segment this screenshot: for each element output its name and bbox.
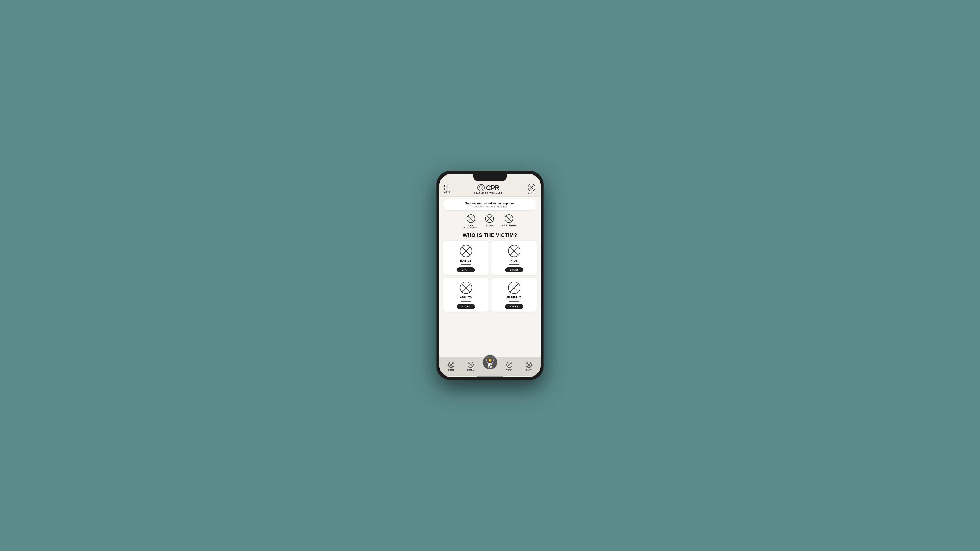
banner-subtitle: to get voice navigation assistance. [447, 205, 533, 208]
call-emergency-icon [466, 214, 476, 223]
banner-title: Turn on your sound and microphone [447, 202, 533, 205]
app-content: Turn on your sound and microphone to get… [439, 197, 541, 357]
logo-icon-row: ⚕ CPR [477, 184, 500, 191]
babies-icon [460, 245, 473, 258]
quick-actions-row: CALLEMERGENCY AUDIO [443, 213, 537, 230]
main-heading: WHO IS THE VICTIM? [443, 232, 537, 238]
microphone-button[interactable]: MICROPHONE [502, 214, 516, 229]
cpr-go-label: CPRGO! [488, 364, 492, 368]
elderly-start-button[interactable]: START [505, 304, 523, 309]
train-nav-label: TRAIN [506, 369, 512, 371]
logo-text: CPR [486, 184, 500, 191]
kids-label: KIDS [511, 259, 517, 262]
home-nav-icon [448, 362, 455, 368]
sound-banner: Turn on your sound and microphone to get… [443, 199, 537, 210]
home-bar [477, 376, 503, 377]
kids-start-button[interactable]: START [505, 267, 523, 272]
babies-label: BABIES [460, 259, 472, 262]
adults-card[interactable]: ADULTS START [443, 278, 489, 312]
elderly-icon [508, 281, 521, 294]
call-emergency-button[interactable]: CALLEMERGENCY [464, 214, 477, 229]
nav-learn[interactable]: LEARN [461, 362, 480, 371]
phone-device: MENU ⚕ CPR LEARNING SAVES LIVES PROFILE [436, 171, 544, 380]
phone-screen: MENU ⚕ CPR LEARNING SAVES LIVES PROFILE [439, 174, 541, 377]
profile-icon [528, 184, 535, 191]
adults-divider [461, 301, 471, 302]
adults-icon [460, 281, 473, 294]
babies-divider [461, 264, 471, 265]
call-emergency-label: CALLEMERGENCY [464, 224, 477, 229]
nav-cpr-go[interactable]: ✋ CPRGO! [480, 359, 500, 374]
elderly-card[interactable]: ELDERLY START [491, 278, 537, 312]
logo-emblem: ⚕ [477, 184, 485, 191]
svg-text:✋: ✋ [488, 358, 492, 362]
nav-chat[interactable]: CHAT [519, 362, 538, 371]
phone-notch [473, 174, 507, 181]
babies-card[interactable]: BABIES START [443, 241, 489, 275]
audio-button[interactable]: AUDIO [485, 214, 494, 229]
microphone-label: MICROPHONE [502, 224, 516, 227]
home-nav-label: HOME [448, 369, 454, 371]
elderly-divider [509, 301, 519, 302]
kids-icon [508, 245, 521, 258]
train-nav-icon [506, 362, 513, 368]
audio-icon [485, 214, 494, 223]
kids-card[interactable]: KIDS START [491, 241, 537, 275]
menu-icon [444, 185, 449, 190]
learn-nav-icon [467, 362, 474, 368]
audio-label: AUDIO [486, 224, 493, 227]
nav-home[interactable]: HOME [442, 362, 461, 371]
nav-train[interactable]: TRAIN [500, 362, 519, 371]
profile-button[interactable]: PROFILE [527, 184, 536, 194]
learn-nav-label: LEARN [467, 369, 474, 371]
home-indicator [439, 376, 541, 377]
adults-label: ADULTS [460, 296, 472, 299]
microphone-icon [504, 214, 514, 223]
app-header: MENU ⚕ CPR LEARNING SAVES LIVES PROFILE [439, 182, 541, 197]
svg-text:⚕: ⚕ [480, 187, 482, 189]
victim-cards-grid: BABIES START KIDS START [443, 241, 537, 312]
cpr-go-button[interactable]: ✋ CPRGO! [482, 354, 498, 370]
menu-button[interactable]: MENU [444, 185, 450, 193]
babies-start-button[interactable]: START [457, 267, 475, 272]
adults-start-button[interactable]: START [457, 304, 475, 309]
kids-divider [509, 264, 519, 265]
chat-nav-icon [525, 362, 532, 368]
menu-label: MENU [444, 191, 450, 193]
elderly-label: ELDERLY [508, 296, 521, 299]
cpr-go-icon: ✋ [486, 356, 494, 364]
logo-subtitle: LEARNING SAVES LIVES [474, 192, 503, 194]
bottom-navigation: HOME LEARN ✋ CPRGO! [439, 357, 541, 376]
profile-label: PROFILE [527, 192, 536, 194]
app-logo: ⚕ CPR LEARNING SAVES LIVES [474, 184, 503, 194]
chat-nav-label: CHAT [526, 369, 531, 371]
